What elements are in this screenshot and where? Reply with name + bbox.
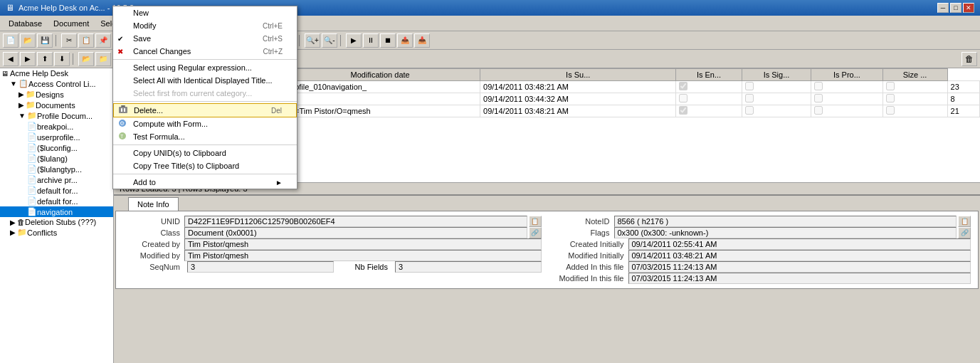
docs-label: Documents xyxy=(36,101,75,110)
note-info-tab[interactable]: Note Info xyxy=(128,197,179,211)
tb-extra5[interactable]: 📥 xyxy=(414,33,430,48)
menu-document[interactable]: Document xyxy=(48,18,95,29)
cm-delete-icon xyxy=(118,105,128,116)
tb-open[interactable]: 📂 xyxy=(20,33,36,48)
tree-documents[interactable]: ▶ 📁 Documents xyxy=(0,100,113,110)
tree-conflicts[interactable]: ▶ 📁 Conflicts xyxy=(0,227,113,238)
cm-test-formula[interactable]: T Test Formula... xyxy=(113,130,297,143)
tb2-btn4[interactable]: ⬇ xyxy=(54,52,70,66)
maximize-button[interactable]: □ xyxy=(950,3,961,13)
cm-cancel[interactable]: ✖ Cancel Changes Ctrl+Z xyxy=(113,45,297,58)
ni-modifiedinit-row: Modified Initially 09/14/2011 03:48:21 A… xyxy=(553,250,971,261)
cm-delete-shortcut: Del xyxy=(271,107,282,115)
tb-extra2[interactable]: ⏸ xyxy=(363,33,379,48)
cm-test-icon: T xyxy=(117,131,127,142)
tree-lulang[interactable]: 📄 ($lulang) xyxy=(0,153,113,164)
tb-extra4[interactable]: 📤 xyxy=(397,33,413,48)
cell-moddate: 09/14/2011 03:48:21 AM xyxy=(480,81,676,93)
col-size[interactable]: Size ... xyxy=(882,69,947,81)
tb-zoom-out[interactable]: 🔍- xyxy=(322,33,337,48)
ni-noteid-label: NoteID xyxy=(553,217,610,226)
tree-root[interactable]: 🖥 Acme Help Desk xyxy=(0,68,113,78)
ni-class-value: Document (0x0001) xyxy=(184,227,527,238)
tree-userprofile[interactable]: 📄 userprofile... xyxy=(0,132,113,142)
ni-modifiedinit-value: 09/14/2011 03:48:21 AM xyxy=(628,250,971,261)
tb-zoom-in[interactable]: 🔍+ xyxy=(305,33,320,48)
ni-modifiedin-value: 07/03/2015 11:24:13 AM xyxy=(628,273,971,284)
tb2-delete[interactable]: 🗑 xyxy=(961,52,977,66)
col-isen[interactable]: Is En... xyxy=(676,69,742,81)
tree-designs[interactable]: ▶ 📁 Designs xyxy=(0,89,113,100)
ni-modifiedin-label: Modified In this file xyxy=(553,274,624,283)
ni-unid-copy-btn[interactable]: 📋 xyxy=(529,216,542,227)
cm-cancel-shortcut: Ctrl+Z xyxy=(263,48,283,56)
col-issu[interactable]: Is Su... xyxy=(480,69,676,81)
tb-extra1[interactable]: ▶ xyxy=(346,33,362,48)
cm-compute[interactable]: ⚙ Compute with Form... xyxy=(113,117,297,130)
tb2-btn6[interactable]: 📁 xyxy=(95,52,111,66)
cm-select-identical[interactable]: Select All with Identical Displayed Titl… xyxy=(113,74,297,87)
acl-icon: 📋 xyxy=(19,79,28,88)
cm-select-regex[interactable]: Select using Regular expression... xyxy=(113,61,297,74)
cell-size: 23 xyxy=(947,81,979,93)
col-moddate[interactable]: Modification date xyxy=(280,69,480,81)
cm-save[interactable]: ✔ Save Ctrl+S xyxy=(113,32,297,45)
svg-rect-2 xyxy=(121,108,122,112)
col-ispro[interactable]: Is Pro... xyxy=(811,69,882,81)
ni-flags-icon[interactable]: 🔗 xyxy=(958,227,971,238)
ni-class-icon[interactable]: 🔗 xyxy=(529,227,542,238)
close-button[interactable]: ✕ xyxy=(963,3,974,13)
default1-icon: 📄 xyxy=(27,186,37,195)
cm-copy-unid-label: Copy UNID(s) to Clipboard xyxy=(133,149,226,157)
tb-extra3[interactable]: ⏹ xyxy=(380,33,396,48)
tree-default1[interactable]: 📄 default for... xyxy=(0,185,113,196)
profile-expand-icon: ▼ xyxy=(19,112,26,120)
context-menu[interactable]: New Modify Ctrl+E ✔ Save Ctrl+S ✖ Cancel… xyxy=(112,6,297,189)
tb-cut[interactable]: ✂ xyxy=(61,33,77,48)
ni-unid-label: UNID xyxy=(123,217,180,226)
tb2-btn2[interactable]: ▶ xyxy=(20,52,36,66)
cm-add-to[interactable]: Add to ► xyxy=(113,176,297,189)
cm-copy-unid[interactable]: Copy UNID(s) to Clipboard xyxy=(113,147,297,159)
cm-select-first: Select first from current category... xyxy=(113,87,297,100)
db-icon: 🖥 xyxy=(1,70,9,78)
cm-modify[interactable]: Modify Ctrl+E xyxy=(113,19,297,32)
cm-new[interactable]: New xyxy=(113,6,297,19)
conflicts-icon: 📁 xyxy=(17,228,27,237)
tree-navigation[interactable]: 📄 navigation xyxy=(0,206,113,217)
cm-modify-label: Modify xyxy=(133,21,156,30)
ni-unid-value: D422F11E9FD11206C125790B00260EF4 xyxy=(184,216,527,227)
tree-profile-docs[interactable]: ▼ 📁 Profile Docum... xyxy=(0,110,113,121)
col-issig[interactable]: Is Sig... xyxy=(742,69,811,81)
tb2-btn1[interactable]: ◀ xyxy=(3,52,19,66)
cell-ispro xyxy=(882,93,947,105)
tb-paste[interactable]: 📌 xyxy=(95,33,111,48)
minimize-button[interactable]: ─ xyxy=(937,3,949,13)
cm-delete[interactable]: Delete... Del xyxy=(113,103,297,117)
ni-nbfields-value: 3 xyxy=(395,261,542,273)
tree-default2[interactable]: 📄 default for... xyxy=(0,196,113,206)
ni-noteid-copy-btn[interactable]: 📋 xyxy=(958,216,971,227)
cm-copy-tree-titles[interactable]: Copy Tree Title(s) to Clipboard xyxy=(113,159,297,172)
tb2-btn5[interactable]: 📂 xyxy=(78,52,94,66)
tree-lulangtyp[interactable]: 📄 ($lulangtyp... xyxy=(0,164,113,174)
tree-archive[interactable]: 📄 archive pr... xyxy=(0,174,113,185)
ni-modifiedin-row: Modified In this file 07/03/2015 11:24:1… xyxy=(553,273,971,284)
svg-text:T: T xyxy=(120,134,124,139)
tree-access-control[interactable]: ▼ 📋 Access Control Li... xyxy=(0,78,113,89)
menu-database[interactable]: Database xyxy=(3,18,48,29)
ni-unid-row: UNID D422F11E9FD11206C125790B00260EF4 📋 xyxy=(123,216,542,227)
tb-new[interactable]: 📄 xyxy=(3,33,19,48)
tree-luconfig[interactable]: 📄 ($luconfig... xyxy=(0,142,113,153)
tb-save[interactable]: 💾 xyxy=(37,33,53,48)
tb2-btn3[interactable]: ⬆ xyxy=(37,52,53,66)
tb-copy[interactable]: 📋 xyxy=(78,33,94,48)
cell-issu xyxy=(676,93,742,105)
cell-issu xyxy=(676,105,742,117)
cm-modify-shortcut: Ctrl+E xyxy=(263,22,283,30)
app-icon: 🖥 xyxy=(6,3,14,13)
tree-breakpoint[interactable]: 📄 breakpoi... xyxy=(0,121,113,132)
cm-cancel-x: ✖ xyxy=(117,48,123,56)
cm-copy-tree-titles-label: Copy Tree Title(s) to Clipboard xyxy=(133,162,239,170)
tree-deletion-stubs[interactable]: ▶ 🗑 Deletion Stubs (???) xyxy=(0,217,113,227)
